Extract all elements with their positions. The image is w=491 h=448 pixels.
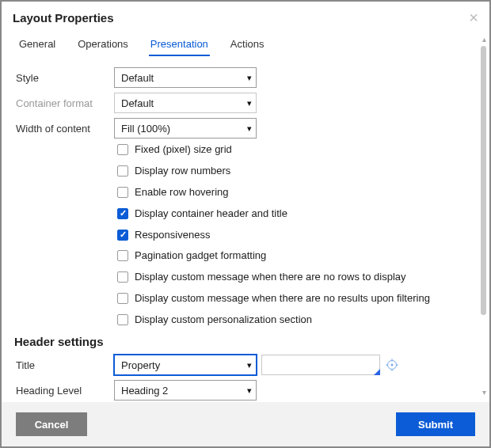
checkbox-row-header_title: Display container header and title — [117, 207, 469, 221]
checkbox-label-pagination: Pagination gadget formatting — [135, 249, 266, 263]
checkbox-row-row_hover: Enable row hovering — [117, 186, 469, 199]
checkbox-header_title[interactable] — [117, 208, 128, 219]
section-header-settings: Header settings — [14, 335, 469, 348]
checkbox-label-no_results_msg: Display custom message when there are no… — [135, 292, 430, 306]
dialog-footer: Cancel Submit — [2, 402, 489, 446]
tab-general[interactable]: General — [17, 35, 57, 56]
scrollbar-thumb[interactable] — [481, 46, 486, 315]
checkbox-label-header_title: Display container header and title — [135, 207, 287, 221]
checkbox-label-no_rows_msg: Display custom message when there are no… — [135, 271, 406, 284]
label-title: Title — [13, 359, 114, 371]
scrollbar[interactable]: ▴ ▾ — [478, 35, 489, 397]
checkbox-pagination[interactable] — [117, 250, 128, 261]
title-select-value: Property — [121, 359, 160, 371]
checkbox-row-personalize: Display custom personalization section — [117, 313, 469, 327]
dialog-body: General Operations Presentation Actions … — [2, 30, 489, 402]
checkbox-row-row_numbers: Display row numbers — [117, 165, 469, 178]
tab-bar: General Operations Presentation Actions — [13, 30, 469, 56]
width-of-content-value: Fill (100%) — [121, 123, 170, 135]
dialog-header: Layout Properties × — [2, 2, 489, 30]
checkbox-row-pagination: Pagination gadget formatting — [117, 249, 469, 263]
checkbox-label-row_numbers: Display row numbers — [135, 165, 230, 178]
checkbox-responsive[interactable] — [117, 230, 128, 241]
checkbox-row_numbers[interactable] — [117, 165, 128, 177]
style-select[interactable]: Default — [114, 67, 257, 88]
row-title: Title Property — [13, 355, 469, 375]
heading-level-value: Heading 2 — [121, 385, 168, 397]
resize-corner-icon — [374, 369, 380, 375]
dialog-title: Layout Properties — [13, 11, 114, 25]
checkbox-row-no_results_msg: Display custom message when there are no… — [117, 292, 469, 306]
title-freeform-input[interactable] — [261, 355, 380, 375]
cancel-button[interactable]: Cancel — [16, 412, 87, 436]
svg-point-1 — [391, 364, 394, 366]
layout-properties-dialog: Layout Properties × General Operations P… — [0, 0, 491, 448]
checkbox-no_results_msg[interactable] — [117, 293, 128, 304]
scroll-down-icon[interactable]: ▾ — [479, 388, 489, 397]
style-select-value: Default — [121, 72, 154, 84]
width-of-content-select[interactable]: Fill (100%) — [114, 118, 257, 139]
row-width-of-content: Width of content Fill (100%) — [13, 118, 469, 139]
checkbox-no_rows_msg[interactable] — [117, 271, 128, 283]
tab-presentation[interactable]: Presentation — [149, 35, 210, 56]
checkbox-label-responsive: Responsiveness — [135, 229, 210, 242]
checkbox-fixed_grid[interactable] — [117, 144, 128, 155]
title-select[interactable]: Property — [114, 355, 257, 375]
checkbox-stack: Fixed (pixel) size gridDisplay row numbe… — [117, 143, 469, 327]
crosshair-icon[interactable] — [385, 359, 399, 371]
submit-button[interactable]: Submit — [396, 412, 475, 436]
close-icon[interactable]: × — [469, 9, 478, 25]
scroll-up-icon[interactable]: ▴ — [479, 35, 489, 44]
label-container-format: Container format — [13, 97, 114, 109]
checkbox-row-fixed_grid: Fixed (pixel) size grid — [117, 143, 469, 157]
checkbox-personalize[interactable] — [117, 314, 128, 325]
tab-actions[interactable]: Actions — [229, 35, 266, 56]
checkbox-row-responsive: Responsiveness — [117, 229, 469, 242]
row-style: Style Default — [13, 67, 469, 88]
checkbox-label-personalize: Display custom personalization section — [135, 313, 312, 327]
checkbox-row-no_rows_msg: Display custom message when there are no… — [117, 271, 469, 284]
checkbox-label-fixed_grid: Fixed (pixel) size grid — [135, 143, 232, 157]
checkbox-row_hover[interactable] — [117, 187, 128, 198]
label-style: Style — [13, 72, 114, 84]
row-heading-level: Heading Level Heading 2 — [13, 380, 469, 401]
container-format-select[interactable]: Default — [114, 93, 257, 113]
heading-level-select[interactable]: Heading 2 — [114, 380, 257, 401]
container-format-value: Default — [121, 97, 154, 109]
label-width-of-content: Width of content — [13, 123, 114, 135]
tab-operations[interactable]: Operations — [76, 35, 130, 56]
row-container-format: Container format Default — [13, 93, 469, 113]
checkbox-label-row_hover: Enable row hovering — [135, 186, 229, 199]
label-heading-level: Heading Level — [13, 385, 114, 397]
